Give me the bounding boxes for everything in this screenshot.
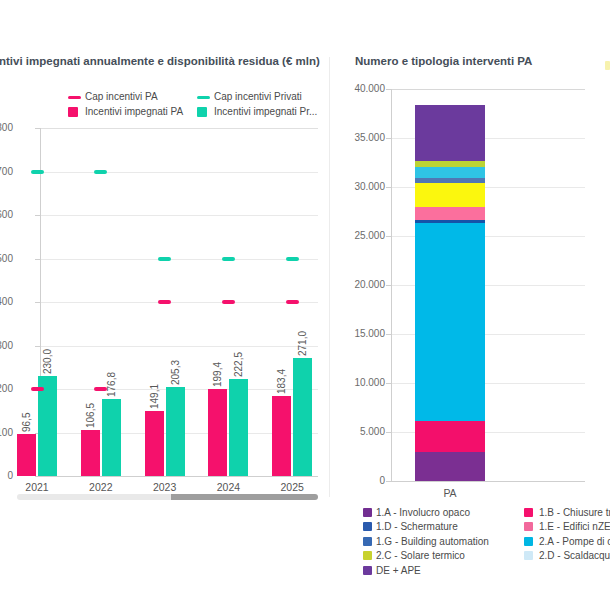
x-axis-label: 2025	[272, 481, 312, 493]
x-axis-line	[40, 476, 318, 477]
legend-dash-icon	[68, 96, 81, 99]
gridline	[391, 89, 585, 90]
x-axis-label: 2022	[81, 481, 121, 493]
legend-label: 2.D - Scaldacqua a	[539, 550, 610, 562]
bar-value-label: 222,5	[232, 331, 246, 377]
bar-incentivi-privati[interactable]	[102, 399, 121, 476]
bar-value-label: 230,0	[41, 328, 55, 374]
bar-incentivi-privati[interactable]	[166, 387, 185, 476]
cap-incentivi-pa-marker[interactable]	[222, 300, 235, 304]
cap-incentivi-privati-marker[interactable]	[94, 170, 107, 174]
cap-incentivi-pa-marker[interactable]	[286, 300, 299, 304]
scrollbar-track[interactable]	[17, 494, 171, 500]
cap-incentivi-privati-marker[interactable]	[286, 257, 299, 261]
legend-square-icon	[363, 537, 372, 546]
y-axis-label: 35.000	[335, 132, 385, 143]
y-axis-label: 300	[0, 340, 13, 351]
bar-incentivi-privati[interactable]	[293, 358, 312, 476]
bar-incentivi-pa[interactable]	[81, 430, 100, 476]
legend-label: Incentivi impegnati PA	[85, 106, 183, 118]
legend-label: DE + APE	[376, 565, 421, 577]
interventions-chart-title: Numero e tipologia interventi PA	[355, 55, 532, 67]
legend-label: 2.A - Pompe di cal	[539, 536, 610, 548]
legend-square-icon	[197, 107, 207, 117]
cap-incentivi-privati-marker[interactable]	[31, 170, 44, 174]
cap-incentivi-privati-marker[interactable]	[158, 257, 171, 261]
bar-incentivi-privati[interactable]	[229, 379, 248, 476]
legend-label: 2.C - Solare termico	[376, 550, 465, 562]
bar-incentivi-pa[interactable]	[208, 389, 227, 476]
cap-incentivi-pa-marker[interactable]	[94, 387, 107, 391]
bar-value-label: 149,1	[148, 363, 162, 409]
stack-segment-1.b[interactable]	[415, 421, 485, 451]
stack-segment-1.e[interactable]	[415, 207, 485, 220]
legend-square-icon	[363, 522, 372, 531]
legend-dash-icon	[197, 96, 210, 99]
stack-segment-1.a[interactable]	[415, 452, 485, 481]
bar-value-label: 96,5	[20, 386, 34, 432]
cap-incentivi-privati-marker[interactable]	[222, 257, 235, 261]
bar-incentivi-pa[interactable]	[17, 434, 36, 476]
y-axis-label: 500	[0, 253, 13, 264]
legend-label: 1.D - Schermature	[376, 521, 458, 533]
stack-segment-2.a[interactable]	[415, 223, 485, 421]
bar-value-label: 271,0	[296, 310, 310, 356]
y-axis-label: 0	[0, 470, 13, 481]
legend-label: Incentivi impegnati Pr...	[214, 106, 317, 118]
x-axis-label: 2023	[145, 481, 185, 493]
gridline	[40, 128, 318, 129]
gridline	[40, 172, 318, 173]
x-axis-label: 2024	[208, 481, 248, 493]
y-axis-label: 25.000	[335, 230, 385, 241]
dashboard: Incentivi impegnati annualmente e dispon…	[0, 0, 610, 610]
bar-value-label: 199,4	[211, 341, 225, 387]
x-axis-label: PA	[430, 487, 470, 499]
y-axis-label: 30.000	[335, 181, 385, 192]
bar-incentivi-pa[interactable]	[145, 411, 164, 476]
stack-segment-2.d[interactable]	[415, 167, 485, 178]
y-axis-label: 200	[0, 383, 13, 394]
legend-label: Cap incentivi Privati	[214, 91, 302, 103]
legend-square-icon	[363, 551, 372, 560]
cap-incentivi-pa-marker[interactable]	[158, 300, 171, 304]
stack-segment-de[interactable]	[415, 105, 485, 161]
legend-square-icon	[363, 566, 372, 575]
legend-square-icon	[363, 508, 372, 517]
bar-value-label: 176,8	[105, 351, 119, 397]
y-axis-label: 40.000	[335, 83, 385, 94]
stack-segment-1.g[interactable]	[415, 220, 485, 223]
legend-label: 1.E - Edifici nZEB	[539, 521, 610, 533]
stack-segment-1.d[interactable]	[415, 178, 485, 182]
y-axis-label: 5.000	[335, 426, 385, 437]
stack-segment-2.c[interactable]	[415, 161, 485, 168]
y-axis-label: 600	[0, 209, 13, 220]
legend-square-icon	[524, 537, 533, 546]
y-axis-label: 100	[0, 427, 13, 438]
y-axis-label: 15.000	[335, 328, 385, 339]
legend-label: 1.B - Chiusure tras	[539, 507, 610, 519]
stack-segment[interactable]	[415, 183, 485, 207]
y-axis-label: 400	[0, 296, 13, 307]
cap-incentivi-pa-marker[interactable]	[31, 387, 44, 391]
scrollbar-thumb[interactable]	[171, 494, 318, 500]
y-axis-label: 700	[0, 166, 13, 177]
y-axis-line	[391, 89, 392, 481]
gridline	[40, 259, 318, 260]
legend-square-icon	[524, 551, 533, 560]
x-axis-line	[391, 481, 585, 482]
gridline	[40, 215, 318, 216]
incentives-chart-title: Incentivi impegnati annualmente e dispon…	[0, 55, 320, 67]
bar-value-label: 183,4	[275, 348, 289, 394]
legend-square-icon	[524, 522, 533, 531]
gridline	[40, 302, 318, 303]
charts-divider	[329, 57, 330, 497]
y-axis-label: 10.000	[335, 377, 385, 388]
bar-value-label: 205,3	[169, 339, 183, 385]
y-axis-label: 800	[0, 122, 13, 133]
y-axis-label: 0	[335, 475, 385, 486]
bar-incentivi-pa[interactable]	[272, 396, 291, 476]
chart-scrollbar[interactable]	[17, 494, 318, 500]
legend-square-icon	[68, 107, 78, 117]
cut-off-legend-swatch-icon	[605, 61, 610, 70]
x-axis-label: 2021	[17, 481, 57, 493]
